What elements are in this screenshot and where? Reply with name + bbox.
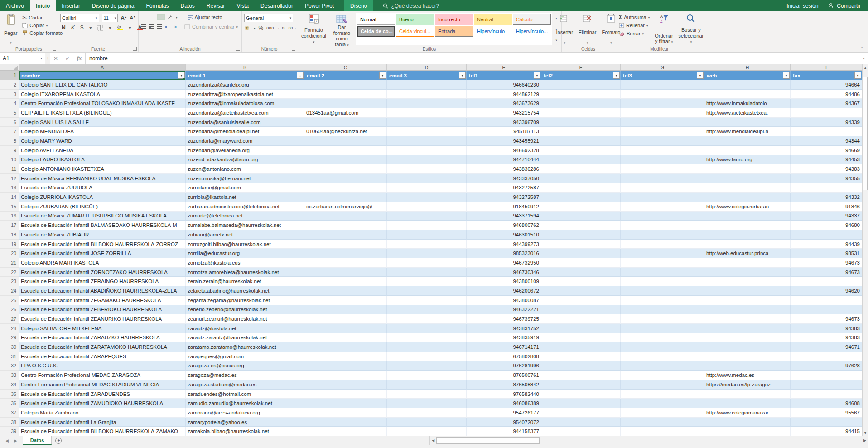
- grid-cell[interactable]: 918450912: [467, 202, 541, 212]
- grid-cell[interactable]: [387, 212, 467, 221]
- grid-cell[interactable]: 943455921: [467, 136, 541, 146]
- grid-cell[interactable]: [387, 249, 467, 258]
- grid-cell[interactable]: [621, 380, 704, 390]
- grid-cell[interactable]: [304, 221, 387, 230]
- number-format-combo[interactable]: General▾: [244, 14, 293, 22]
- grid-cell[interactable]: [304, 249, 387, 258]
- grid-cell[interactable]: zuzendaritza@inmakuladatolosa.com: [186, 99, 304, 108]
- prev-sheet-icon[interactable]: ◀: [5, 438, 9, 443]
- grid-cell[interactable]: [304, 174, 387, 183]
- grid-cell[interactable]: Colegio SAN LUIS LA SALLE: [19, 118, 186, 127]
- grid-cell[interactable]: [304, 286, 387, 296]
- align-middle-icon[interactable]: [149, 15, 155, 19]
- ribbon-tab-vista[interactable]: Vista: [231, 0, 255, 11]
- grid-cell[interactable]: zuzendaria@maryward.com: [186, 136, 304, 146]
- grid-cell[interactable]: [541, 240, 621, 249]
- grid-cell[interactable]: 943673629: [467, 99, 541, 108]
- select-all-corner[interactable]: [0, 64, 19, 70]
- grid-cell[interactable]: [541, 390, 621, 399]
- grid-cell[interactable]: [621, 399, 704, 408]
- wrap-text-button[interactable]: Ajustar texto: [186, 14, 224, 20]
- find-select-button[interactable]: Buscar y seleccionar ▾: [677, 13, 706, 45]
- grid-cell[interactable]: [621, 342, 704, 352]
- grid-cell[interactable]: [304, 183, 387, 193]
- align-right-icon[interactable]: [157, 24, 162, 29]
- italic-button[interactable]: K: [70, 24, 76, 31]
- style-chip-celdaco[interactable]: Celda de co...: [357, 26, 395, 37]
- scroll-up-icon[interactable]: ▲: [863, 64, 868, 71]
- grid-cell[interactable]: [304, 418, 387, 427]
- grid-cell[interactable]: 943371594: [467, 212, 541, 221]
- grid-cell[interactable]: [304, 258, 387, 268]
- name-box-dropdown-icon[interactable]: ▾: [40, 57, 42, 60]
- grid-cell[interactable]: zorrilla@educastur.org: [186, 249, 304, 258]
- grid-cell[interactable]: [304, 361, 387, 371]
- grid-cell[interactable]: 943835919: [467, 333, 541, 343]
- grid-cell[interactable]: Escuela de Educación Infantil ZORNOTZAKO…: [19, 268, 186, 277]
- grid-cell[interactable]: Colegio ANDRA MARI IKASTOLA: [19, 258, 186, 268]
- grid-cell[interactable]: [304, 380, 387, 390]
- grid-cell[interactable]: [541, 118, 621, 127]
- grid-cell[interactable]: [704, 268, 791, 277]
- grid-cell[interactable]: [621, 221, 704, 230]
- grid-cell[interactable]: zuzen@antoniano.com: [186, 164, 304, 174]
- grid-cell[interactable]: 954072072: [467, 418, 541, 427]
- tell-me-search[interactable]: ¿Qué desea hacer?: [383, 0, 439, 11]
- row-header[interactable]: 8: [0, 136, 19, 146]
- grid-cell[interactable]: [704, 427, 791, 436]
- column-header-H[interactable]: H: [704, 64, 791, 70]
- grid-cell[interactable]: [704, 258, 791, 268]
- increase-font-icon[interactable]: A▲: [121, 15, 127, 21]
- grid-cell[interactable]: [704, 305, 791, 315]
- grid-cell[interactable]: http://www.colegiozurbaran: [704, 202, 791, 212]
- grid-cell[interactable]: 944862129: [467, 90, 541, 99]
- grid-cell[interactable]: [304, 155, 387, 165]
- formula-bar-handle[interactable]: ⋮: [45, 53, 50, 64]
- grid-cell[interactable]: [621, 249, 704, 258]
- grid-cell[interactable]: 876500761: [467, 371, 541, 380]
- decrease-indent-icon[interactable]: ⇤: [165, 24, 169, 29]
- row-header[interactable]: 6: [0, 118, 19, 127]
- grid-cell[interactable]: zumalabe.balmaseda@haurreskolak.net: [186, 221, 304, 230]
- grid-cell[interactable]: 943396709: [467, 118, 541, 127]
- filter-dropdown-icon[interactable]: ▼: [854, 72, 861, 79]
- grid-cell[interactable]: 94355: [791, 174, 862, 183]
- grid-cell[interactable]: 94486: [791, 90, 862, 99]
- grid-cell[interactable]: [304, 193, 387, 202]
- grid-cell[interactable]: [704, 212, 791, 221]
- row-header[interactable]: 10: [0, 155, 19, 165]
- grid-cell[interactable]: Colegio María Zambrano: [19, 408, 186, 418]
- grid-cell[interactable]: Escuela de Educación Infantil ZARAUZKO H…: [19, 333, 186, 343]
- grid-cell[interactable]: [304, 314, 387, 324]
- grid-cell[interactable]: 946800762: [467, 221, 541, 230]
- grid-cell[interactable]: [304, 90, 387, 99]
- grid-cell[interactable]: Colegio ANTONIANO IKASTETXEA: [19, 164, 186, 174]
- grid-cell[interactable]: 946692328: [467, 146, 541, 155]
- grid-cell[interactable]: 94669: [791, 146, 862, 155]
- style-chip-hiper[interactable]: Hipervínculo: [474, 26, 512, 37]
- row-header[interactable]: 7: [0, 127, 19, 136]
- grid-cell[interactable]: [304, 268, 387, 277]
- grid-cell[interactable]: [387, 230, 467, 240]
- grid-cell[interactable]: [704, 164, 791, 174]
- collapse-ribbon-icon[interactable]: ︿: [860, 44, 864, 50]
- grid-cell[interactable]: 876508842: [467, 380, 541, 390]
- fill-color-button[interactable]: [116, 25, 125, 30]
- grid-cell[interactable]: Colegio AVELLANEDA: [19, 146, 186, 155]
- decrease-font-icon[interactable]: A▼: [130, 15, 136, 20]
- grid-cell[interactable]: zaratamo.zaratamo@haurreskolak.net: [186, 342, 304, 352]
- table-column-header-email-2[interactable]: email 2▼: [304, 71, 387, 80]
- grid-cell[interactable]: [387, 352, 467, 361]
- row-header[interactable]: 11: [0, 164, 19, 174]
- grid-cell[interactable]: zuzendari@avellaneda.org: [186, 146, 304, 155]
- grid-cell[interactable]: [304, 80, 387, 90]
- format-painter-button[interactable]: Copiar formato: [21, 30, 64, 36]
- grid-cell[interactable]: [791, 380, 862, 390]
- clear-button[interactable]: Borrar▾: [617, 30, 651, 37]
- grid-cell[interactable]: Centro Formación Profesional TOLOSAKO IN…: [19, 99, 186, 108]
- grid-cell[interactable]: [387, 193, 467, 202]
- grid-cell[interactable]: Escuela de Educación Infantil La Granjit…: [19, 418, 186, 427]
- filter-dropdown-icon[interactable]: ▼: [459, 72, 466, 79]
- grid-cell[interactable]: [387, 390, 467, 399]
- grid-cell[interactable]: [304, 324, 387, 333]
